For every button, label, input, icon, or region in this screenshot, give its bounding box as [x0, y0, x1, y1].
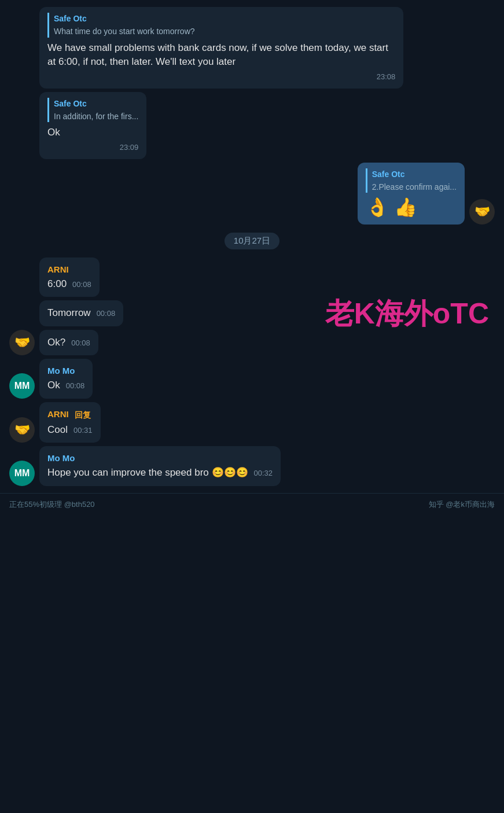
msg-time-8: 00:31: [73, 425, 93, 436]
msg-text-4: 6:00: [47, 278, 67, 289]
msg-text-8: Cool: [47, 424, 68, 435]
avatar-momo-9: MM: [9, 461, 35, 486]
message-row-5: Tomorrow 00:08 老K海外oTC: [9, 300, 495, 326]
avatar-momo-7: MM: [9, 373, 35, 399]
reply-sender-1: Safe Otc: [54, 13, 395, 24]
msg-text-9: Hope you can improve the speed bro 😊😊😊: [47, 467, 248, 478]
msg-time-5: 00:08: [97, 308, 116, 319]
chat-container: Safe Otc What time do you start work tom…: [0, 0, 504, 493]
avatar-handshake-6: 🤝: [9, 330, 35, 355]
footer-left: 正在55%初级理 @bth520: [9, 499, 95, 510]
reply-bar-3: Safe Otc 2.Please confirm agai...: [366, 168, 457, 193]
msg-bubble-4: ARNI 6:00 00:08: [39, 257, 100, 297]
msg-text-2: Ok: [47, 126, 138, 140]
reply-sender-2: Safe Otc: [54, 98, 138, 109]
msg-text-7: Ok: [47, 380, 60, 391]
msg-time-9: 00:32: [254, 468, 273, 479]
msg-bubble-8: ARNI 回复 Cool 00:31: [39, 402, 101, 443]
msg-bubble-6: Ok? 00:08: [39, 330, 98, 356]
message-row: Safe Otc What time do you start work tom…: [9, 7, 495, 89]
message-row: Safe Otc In addition, for the firs... Ok…: [9, 92, 495, 159]
message-row-4: ARNI 6:00 00:08: [9, 257, 495, 297]
msg-time-7: 00:08: [66, 381, 85, 392]
msg-text-5: Tomorrow: [47, 307, 91, 318]
message-row-out: Safe Otc 2.Please confirm agai... 👌 👍 🤝: [9, 163, 495, 225]
msg-bubble-2: Safe Otc In addition, for the firs... Ok…: [39, 92, 146, 159]
msg-text-3: 👌 👍: [366, 196, 457, 218]
date-divider-1: 10月27日: [225, 233, 279, 249]
message-row-9: MM Mo Mo Hope you can improve the speed …: [9, 446, 495, 485]
msg-time-4: 00:08: [72, 279, 91, 290]
sender-name-9: Mo Mo: [47, 452, 273, 465]
message-row-7: MM Mo Mo Ok 00:08: [9, 359, 495, 398]
msg-time-1: 23:08: [377, 72, 396, 83]
reply-bar-1: Safe Otc What time do you start work tom…: [47, 13, 395, 38]
reply-text-2: In addition, for the firs...: [54, 111, 138, 122]
watermark: 老K海外oTC: [325, 295, 489, 333]
msg-time-6: 00:08: [71, 338, 90, 349]
footer-right: 知乎 @老k币商出海: [429, 499, 495, 510]
reply-label-8: 回复: [75, 409, 91, 421]
footer-bar: 正在55%初级理 @bth520 知乎 @老k币商出海: [0, 493, 504, 516]
message-row-6: 🤝 Ok? 00:08: [9, 330, 495, 356]
message-row-8: 🤝 ARNI 回复 Cool 00:31: [9, 402, 495, 443]
sender-name-7: Mo Mo: [47, 365, 84, 377]
msg-bubble-3: Safe Otc 2.Please confirm agai... 👌 👍: [358, 163, 465, 225]
msg-bubble-7: Mo Mo Ok 00:08: [39, 359, 93, 398]
reply-sender-3: Safe Otc: [372, 168, 457, 180]
sender-name-8: ARNI: [47, 408, 69, 421]
msg-text-6: Ok?: [47, 337, 65, 348]
sender-name-4: ARNI: [47, 263, 91, 276]
msg-text-1: We have small problems with bank cards n…: [47, 41, 395, 69]
avatar-arni-out: 🤝: [469, 199, 495, 225]
reply-text-1: What time do you start work tomorrow?: [54, 25, 395, 37]
avatar-handshake-8: 🤝: [9, 417, 35, 443]
reply-bar-2: Safe Otc In addition, for the firs...: [47, 98, 138, 123]
msg-time-2: 23:09: [120, 142, 139, 153]
msg-bubble-9: Mo Mo Hope you can improve the speed bro…: [39, 446, 281, 485]
msg-bubble-5: Tomorrow 00:08: [39, 300, 123, 326]
msg-bubble-1: Safe Otc What time do you start work tom…: [39, 7, 403, 89]
reply-text-3: 2.Please confirm agai...: [372, 181, 457, 193]
